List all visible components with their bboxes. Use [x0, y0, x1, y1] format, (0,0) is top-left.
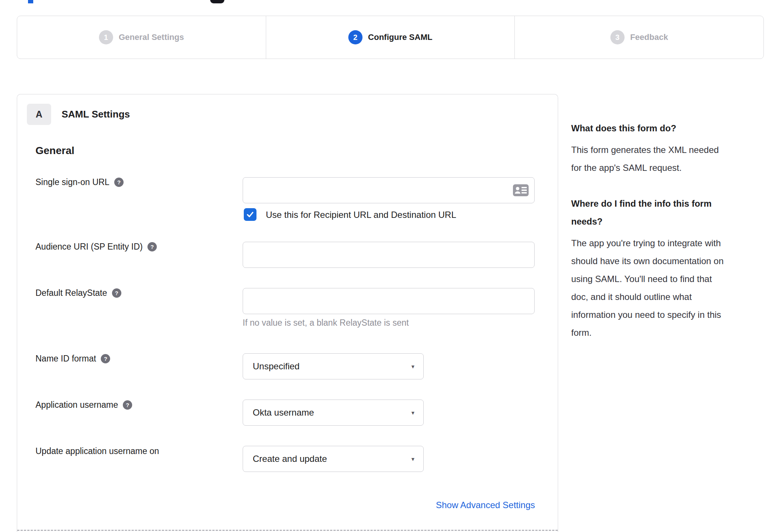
- name-id-format-label: Name ID format: [35, 354, 96, 364]
- clipped-header-dark-artifact: [210, 0, 224, 3]
- application-username-dropdown[interactable]: Okta username ▾: [243, 400, 424, 426]
- default-relaystate-help-icon[interactable]: ?: [112, 288, 121, 298]
- chevron-down-icon: ▾: [411, 456, 414, 463]
- application-username-label-row: Application username ?: [35, 400, 132, 410]
- name-id-format-help-icon[interactable]: ?: [101, 354, 110, 363]
- section-dashed-divider: [17, 530, 558, 531]
- help-question-2: Where do I find the info this form needs…: [571, 195, 762, 231]
- checkbox-check-icon: [246, 210, 254, 219]
- sso-url-label: Single sign-on URL: [35, 177, 109, 187]
- recipient-destination-checkbox-label[interactable]: Use this for Recipient URL and Destinati…: [266, 210, 456, 220]
- name-id-format-label-row: Name ID format ?: [35, 354, 110, 364]
- default-relaystate-label-row: Default RelayState ?: [35, 288, 121, 298]
- step-2-number-badge: 2: [348, 30, 363, 44]
- recipient-destination-checkbox[interactable]: [244, 208, 256, 221]
- sso-url-label-row: Single sign-on URL ?: [35, 177, 124, 187]
- step-3-label: Feedback: [630, 32, 668, 42]
- configure-saml-page: 1 General Settings 2 Configure SAML 3 Fe…: [0, 0, 781, 532]
- application-username-help-icon[interactable]: ?: [123, 400, 132, 410]
- help-answer-2: The app you're trying to integrate with …: [571, 234, 762, 342]
- step-1-label: General Settings: [119, 32, 184, 42]
- relaystate-hint-text: If no value is set, a blank RelayState i…: [243, 318, 409, 328]
- show-advanced-settings-link[interactable]: Show Advanced Settings: [417, 500, 535, 510]
- step-general-settings[interactable]: 1 General Settings: [17, 16, 266, 59]
- audience-uri-label: Audience URI (SP Entity ID): [35, 242, 143, 252]
- application-username-label: Application username: [35, 400, 118, 410]
- saml-settings-title: SAML Settings: [62, 109, 130, 120]
- step-3-number-badge: 3: [610, 30, 625, 44]
- update-application-username-label-row: Update application username on: [35, 446, 159, 456]
- chevron-down-icon: ▾: [411, 363, 414, 370]
- step-1-number-badge: 1: [99, 30, 113, 44]
- wizard-stepper: 1 General Settings 2 Configure SAML 3 Fe…: [17, 16, 764, 59]
- name-id-format-value: Unspecified: [253, 361, 411, 372]
- audience-uri-input[interactable]: [243, 242, 535, 268]
- step-feedback[interactable]: 3 Feedback: [514, 16, 763, 59]
- audience-uri-help-icon[interactable]: ?: [147, 242, 157, 251]
- step-configure-saml[interactable]: 2 Configure SAML: [266, 16, 515, 59]
- update-application-username-dropdown[interactable]: Create and update ▾: [243, 446, 424, 472]
- update-application-username-label: Update application username on: [35, 446, 159, 456]
- update-application-username-value: Create and update: [253, 454, 411, 464]
- sso-url-input[interactable]: [243, 177, 535, 203]
- step-2-label: Configure SAML: [368, 32, 432, 42]
- default-relaystate-label: Default RelayState: [35, 288, 107, 298]
- general-section-heading: General: [35, 145, 74, 157]
- application-username-value: Okta username: [253, 407, 411, 418]
- default-relaystate-input[interactable]: [243, 288, 535, 314]
- clipped-header-blue-artifact: [28, 0, 33, 3]
- help-answer-1: This form generates the XML needed for t…: [571, 141, 762, 177]
- audience-uri-label-row: Audience URI (SP Entity ID) ?: [35, 242, 157, 252]
- chevron-down-icon: ▾: [411, 409, 414, 416]
- section-a-badge: A: [27, 104, 51, 125]
- help-question-1: What does this form do?: [571, 119, 762, 137]
- name-id-format-dropdown[interactable]: Unspecified ▾: [243, 353, 424, 379]
- sso-url-help-icon[interactable]: ?: [114, 178, 124, 187]
